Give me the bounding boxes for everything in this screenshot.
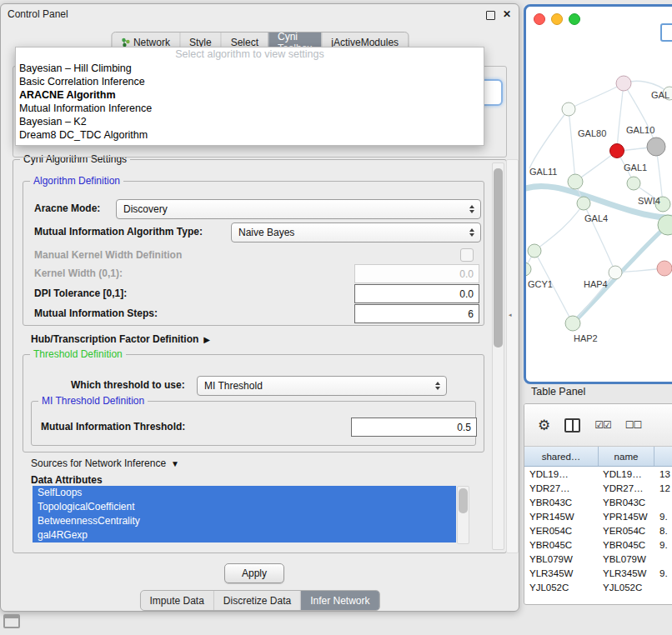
table-row[interactable]: YBR043C YBR043C [524, 495, 672, 509]
table-row[interactable]: YDL19… YDL19… 13 [524, 467, 672, 481]
cell-name: YJL052C [598, 582, 653, 592]
scrollbar-thumb[interactable] [494, 168, 503, 348]
network-node[interactable] [568, 174, 583, 189]
hub-definition-toggle[interactable]: Hub/Transcription Factor Definition ▶ [31, 331, 210, 348]
network-node[interactable] [528, 244, 541, 258]
network-tool-box[interactable] [660, 23, 672, 42]
float-window-icon[interactable] [486, 11, 495, 20]
cell-name: YBL079W [598, 554, 653, 564]
titlebar[interactable]: Control Panel ✕ [1, 4, 519, 24]
stepper-icon [465, 205, 478, 213]
mi-threshold-label: Mutual Information Threshold: [41, 418, 185, 436]
network-node[interactable] [562, 102, 575, 116]
algorithm-option[interactable]: Bayesian – K2 [16, 115, 484, 128]
node-label: GAL80 [578, 128, 606, 138]
close-icon[interactable]: ✕ [503, 8, 511, 20]
cell-value: 9. [653, 540, 672, 550]
network-node[interactable] [616, 76, 631, 91]
algorithm-option[interactable]: Bayesian – Hill Climbing [16, 62, 484, 75]
mi-type-label: Mutual Information Algorithm Type: [34, 222, 203, 241]
cell-name: YLR345W [598, 568, 653, 578]
table-row[interactable]: YDR27… YDR27… 12 [524, 481, 672, 495]
cyni-mode-tabs: Impute Data Discretize Data Infer Networ… [139, 590, 379, 611]
cell-value: 9. [653, 568, 672, 578]
cell-shared-name: YBL079W [524, 554, 598, 564]
network-node[interactable] [657, 261, 672, 276]
column-header-name[interactable]: name [599, 447, 654, 466]
restore-panel-icon[interactable] [3, 614, 20, 628]
scrollbar-thumb[interactable] [459, 488, 468, 513]
network-node[interactable] [609, 266, 622, 279]
expanded-arrow-icon[interactable]: ▼ [171, 459, 179, 468]
node-label: GAL4 [584, 213, 608, 223]
network-node[interactable] [526, 262, 531, 276]
table-row[interactable]: YJL052C YJL052C [524, 580, 672, 594]
close-traffic-light-icon[interactable] [534, 13, 545, 25]
sources-toggle[interactable]: Sources for Network Inference ▼ [31, 456, 179, 471]
combo-value: Naive Bayes [238, 227, 294, 238]
table-row[interactable]: YBL079W YBL079W [524, 552, 672, 566]
attribute-item[interactable]: TopologicalCoefficient [33, 500, 456, 514]
apply-button[interactable]: Apply [224, 563, 284, 583]
column-header-clipped[interactable] [654, 447, 672, 466]
algorithm-option[interactable]: ARACNE Algorithm [16, 88, 484, 102]
tab-impute-data[interactable]: Impute Data [140, 591, 213, 610]
attribute-item[interactable]: BetweennessCentrality [33, 514, 456, 528]
mi-threshold-field[interactable]: 0.5 [351, 418, 477, 437]
aracne-mode-combo[interactable]: Discovery [116, 199, 481, 219]
cell-shared-name: YLR345W [524, 568, 598, 578]
algorithm-option[interactable]: Mutual Information Inference [16, 102, 484, 115]
settings-scrollbar[interactable] [492, 162, 504, 550]
zoom-traffic-light-icon[interactable] [569, 13, 580, 25]
hub-definition-label: Hub/Transcription Factor Definition [31, 333, 198, 345]
mi-steps-field[interactable]: 6 [354, 304, 479, 323]
table-row[interactable]: YER054C YER054C 8. [524, 523, 672, 538]
table-panel-title: Table Panel [531, 386, 585, 398]
cell-value: 13 [653, 469, 672, 479]
collapse-arrow-icon[interactable]: ◂ [509, 312, 512, 318]
manual-kernel-label: Manual Kernel Width Definition [34, 246, 182, 264]
which-threshold-combo[interactable]: MI Threshold [197, 376, 447, 396]
network-node[interactable] [577, 197, 590, 210]
attribute-item[interactable]: gal4RGexp [33, 528, 456, 542]
mi-type-combo[interactable]: Naive Bayes [231, 222, 481, 242]
algorithm-option[interactable]: Basic Correlation Inference [16, 75, 484, 88]
tab-infer-network[interactable]: Infer Network [300, 591, 379, 610]
network-node-selected[interactable] [610, 144, 624, 158]
dpi-tolerance-field[interactable]: 0.0 [354, 284, 479, 303]
aracne-mode-label: Aracne Mode: [34, 199, 100, 218]
network-view-window[interactable]: GAL80 GAL10 GAL11 GAL1 SWI4 GAL4 GCY1 HA… [524, 4, 672, 384]
node-label: GAL [651, 90, 669, 100]
deselect-all-icon[interactable]: ☐☐ [625, 419, 642, 431]
network-node[interactable] [565, 316, 580, 331]
group-title: Algorithm Definition [30, 175, 123, 187]
cell-shared-name: YDL19… [524, 469, 598, 479]
manual-kernel-checkbox[interactable] [460, 248, 474, 262]
algorithm-option[interactable]: Dream8 DC_TDC Algorithm [16, 128, 484, 142]
network-node[interactable] [627, 177, 640, 190]
select-all-icon[interactable]: ☑☑ [594, 419, 611, 431]
table-row[interactable]: YLR345W YLR345W 9. [524, 566, 672, 580]
kernel-width-field[interactable]: 0.0 [354, 264, 479, 283]
minimize-traffic-light-icon[interactable] [551, 13, 563, 25]
window-controls [534, 13, 580, 25]
network-canvas[interactable]: GAL80 GAL10 GAL11 GAL1 SWI4 GAL4 GCY1 HA… [526, 28, 672, 379]
table-panel: ⚙ ☑☑ ☐☐ shared… name YDL19… YDL19… 13 YD… [524, 403, 672, 605]
network-node[interactable] [647, 138, 665, 156]
cell-value: 8. [653, 526, 672, 536]
algorithm-dropdown-popup: Select algorithm to view settings Bayesi… [15, 47, 484, 146]
cell-name: YDR27… [598, 483, 653, 493]
cell-name: YPR145W [598, 512, 653, 522]
tab-discretize-data[interactable]: Discretize Data [213, 591, 300, 610]
gear-icon[interactable]: ⚙ [538, 418, 550, 432]
columns-icon[interactable] [564, 418, 580, 432]
attribute-item[interactable]: SelfLoops [33, 486, 456, 500]
column-header-shared-name[interactable]: shared… [524, 447, 599, 466]
table-row[interactable]: YBR045C YBR045C 9. [524, 538, 672, 552]
table-row[interactable]: YPR145W YPR145W 9. [524, 509, 672, 523]
attributes-scrollbar[interactable] [457, 486, 469, 544]
collapsed-arrow-icon[interactable]: ▶ [203, 335, 210, 344]
cell-shared-name: YER054C [524, 526, 598, 536]
which-threshold-label: Which threshold to use: [71, 376, 185, 394]
cell-shared-name: YDR27… [524, 483, 598, 493]
